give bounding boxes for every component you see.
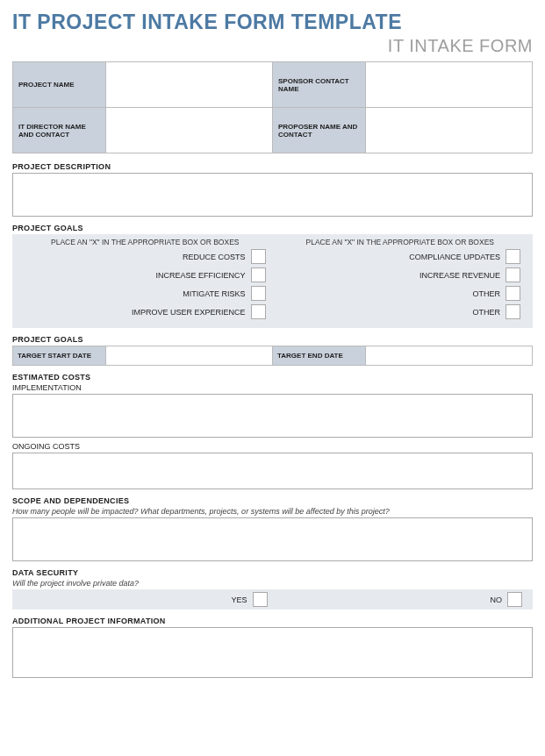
target-end-label: TARGET END DATE (273, 346, 366, 366)
dates-table: TARGET START DATE TARGET END DATE (12, 346, 533, 366)
yes-label: YES (231, 596, 247, 604)
goal-checkbox-compliance[interactable] (506, 249, 520, 264)
goal-label: OTHER (273, 308, 501, 317)
description-input[interactable] (12, 173, 533, 217)
additional-heading: ADDITIONAL PROJECT INFORMATION (12, 617, 533, 625)
goal-checkbox-risks[interactable] (251, 286, 266, 301)
goal-label: MITIGATE RISKS (18, 289, 246, 298)
scope-input[interactable] (12, 517, 533, 561)
additional-input[interactable] (12, 627, 533, 678)
project-name-input[interactable] (106, 62, 273, 108)
goal-checkbox-ux[interactable] (251, 304, 266, 319)
implementation-input[interactable] (12, 394, 533, 438)
security-hint: Will the project involve private data? (12, 579, 533, 588)
goal-checkbox-other-1[interactable] (506, 286, 520, 301)
goal-checkbox-efficiency[interactable] (251, 267, 266, 282)
no-label: NO (491, 596, 503, 604)
target-start-label: TARGET START DATE (13, 346, 106, 366)
goals-hint-right: PLACE AN "X" IN THE APPROPRIATE BOX OR B… (273, 238, 528, 246)
page-subtitle: IT INTAKE FORM (12, 36, 533, 56)
ongoing-input[interactable] (12, 453, 533, 489)
director-input[interactable] (106, 108, 273, 153)
page-title: IT PROJECT INTAKE FORM TEMPLATE (12, 11, 533, 34)
goal-label: OTHER (273, 289, 501, 298)
target-end-input[interactable] (366, 346, 533, 366)
goals-heading: PROJECT GOALS (12, 224, 533, 232)
sponsor-input[interactable] (366, 62, 533, 108)
sponsor-label: SPONSOR CONTACT NAME (273, 62, 366, 108)
target-start-input[interactable] (106, 346, 273, 366)
goal-label: INCREASE REVENUE (273, 271, 501, 280)
proposer-label: PROPOSER NAME AND CONTACT (273, 108, 366, 153)
goal-label: IMPROVE USER EXPERIENCE (18, 308, 246, 317)
scope-hint: How many people will be impacted? What d… (12, 507, 533, 516)
goal-checkbox-reduce-costs[interactable] (251, 249, 266, 264)
goal-label: INCREASE EFFICIENCY (18, 271, 246, 280)
goals-block: PLACE AN "X" IN THE APPROPRIATE BOX OR B… (12, 234, 533, 328)
goals-hint-left: PLACE AN "X" IN THE APPROPRIATE BOX OR B… (18, 238, 273, 246)
goal-checkbox-other-2[interactable] (506, 304, 520, 319)
project-name-label: PROJECT NAME (13, 62, 106, 108)
goal-label: COMPLIANCE UPDATES (273, 253, 501, 261)
director-label: IT DIRECTOR NAME AND CONTACT (13, 108, 106, 153)
header-fields-table: PROJECT NAME SPONSOR CONTACT NAME IT DIR… (12, 61, 533, 153)
security-heading: DATA SECURITY (12, 568, 533, 577)
security-yesno-row: YES NO (12, 589, 533, 610)
proposer-input[interactable] (366, 108, 533, 153)
description-heading: PROJECT DESCRIPTION (12, 162, 533, 171)
scope-heading: SCOPE AND DEPENDENCIES (12, 496, 533, 505)
implementation-label: IMPLEMENTATION (12, 383, 533, 392)
no-checkbox[interactable] (507, 592, 522, 607)
goal-checkbox-revenue[interactable] (506, 267, 520, 282)
costs-heading: ESTIMATED COSTS (12, 373, 533, 382)
ongoing-label: ONGOING COSTS (12, 442, 533, 451)
dates-heading: PROJECT GOALS (12, 335, 533, 344)
yes-checkbox[interactable] (253, 592, 268, 607)
goal-label: REDUCE COSTS (18, 253, 246, 261)
